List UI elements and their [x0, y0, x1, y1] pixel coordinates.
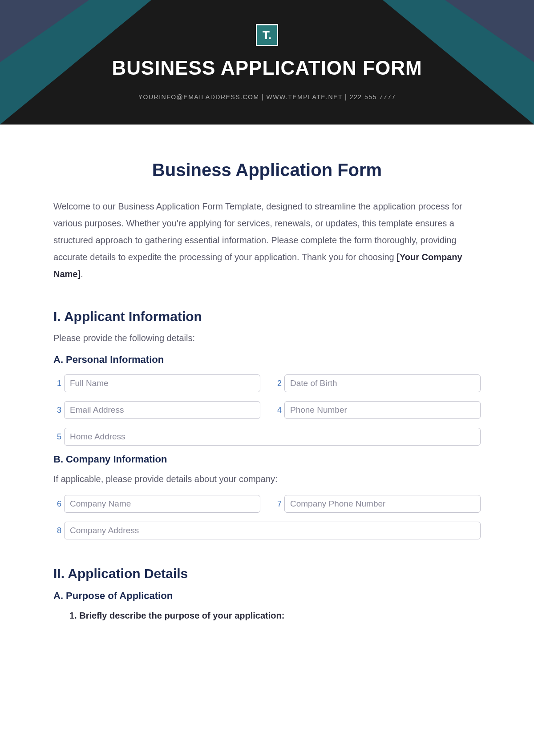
field-number: 2: [274, 379, 282, 388]
intro-text-suffix: .: [81, 269, 83, 279]
document-title: Business Application Form: [53, 160, 481, 180]
section-application-details-heading: II. Application Details: [53, 566, 481, 581]
decor-triangle: [445, 0, 534, 62]
field-number: 3: [53, 406, 61, 415]
field-company-name: 6: [53, 495, 260, 513]
banner-title: BUSINESS APPLICATION FORM: [112, 57, 422, 79]
subsection-personal-info-heading: A. Personal Information: [53, 354, 481, 366]
field-number: 4: [274, 406, 282, 415]
field-number: 5: [53, 432, 61, 442]
banner-contact-line: YOURINFO@EMAILADDRESS.COM | WWW.TEMPLATE…: [138, 93, 396, 101]
field-email: 3: [53, 401, 260, 419]
document-content: Business Application Form Welcome to our…: [0, 125, 534, 639]
personal-info-fields: 1 2 3 4 5: [53, 374, 481, 446]
subsection-purpose-heading: A. Purpose of Application: [53, 590, 481, 602]
field-phone: 4: [274, 401, 481, 419]
email-input[interactable]: [64, 401, 260, 419]
intro-paragraph: Welcome to our Business Application Form…: [53, 198, 481, 282]
purpose-item-1: 1. Briefly describe the purpose of your …: [69, 611, 481, 621]
field-number: 8: [53, 526, 61, 535]
phone-input[interactable]: [284, 401, 481, 419]
field-full-name: 1: [53, 374, 260, 392]
company-name-input[interactable]: [64, 495, 260, 513]
header-banner: T. BUSINESS APPLICATION FORM YOURINFO@EM…: [0, 0, 534, 125]
section-applicant-info-heading: I. Applicant Information: [53, 309, 481, 324]
company-address-input[interactable]: [64, 522, 481, 539]
home-address-input[interactable]: [64, 428, 481, 446]
company-info-fields: 6 7 8: [53, 495, 481, 539]
field-number: 1: [53, 379, 61, 388]
field-number: 7: [274, 499, 282, 509]
full-name-input[interactable]: [64, 374, 260, 392]
section-applicant-info-subtext: Please provide the following details:: [53, 333, 481, 343]
company-info-subtext: If applicable, please provide details ab…: [53, 474, 481, 484]
logo-badge: T.: [256, 24, 278, 46]
field-home-address: 5: [53, 428, 481, 446]
field-company-address: 8: [53, 522, 481, 539]
decor-triangle: [0, 0, 89, 62]
company-phone-input[interactable]: [284, 495, 481, 513]
field-date-of-birth: 2: [274, 374, 481, 392]
field-company-phone: 7: [274, 495, 481, 513]
date-of-birth-input[interactable]: [284, 374, 481, 392]
field-number: 6: [53, 499, 61, 509]
subsection-company-info-heading: B. Company Information: [53, 454, 481, 465]
